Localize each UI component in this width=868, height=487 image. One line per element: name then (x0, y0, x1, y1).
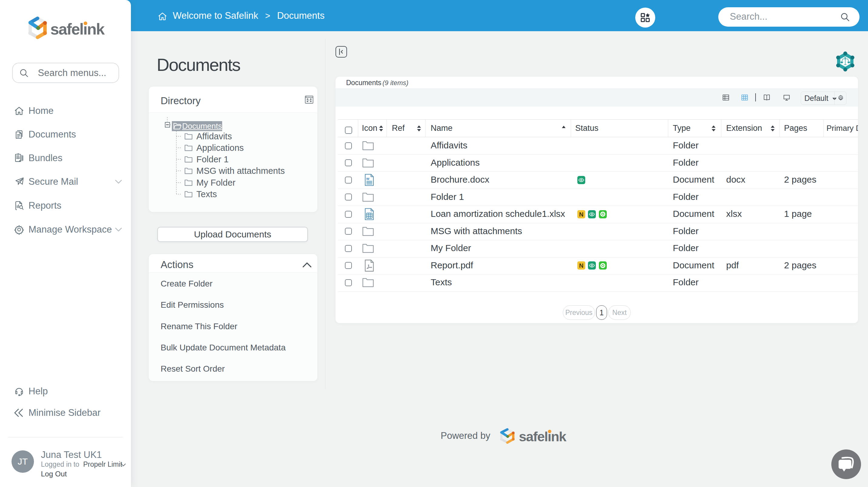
svg-text:w: w (366, 176, 370, 181)
